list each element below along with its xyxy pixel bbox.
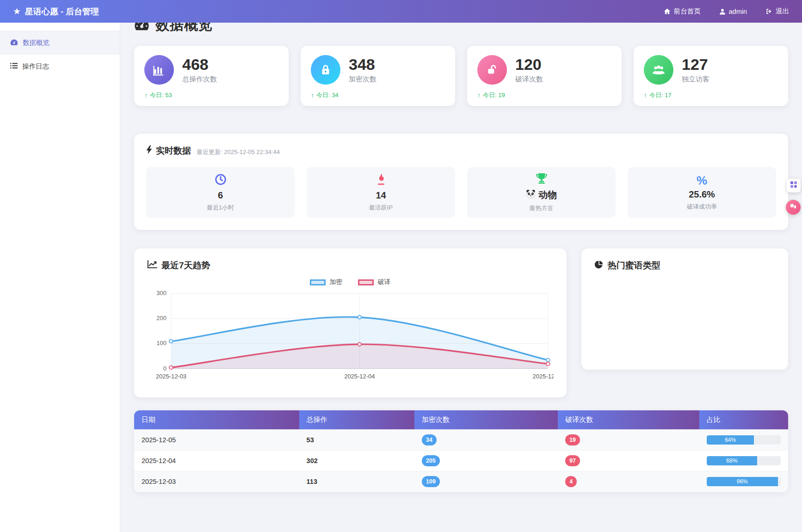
legend-label: 加密: [329, 278, 342, 286]
col-header-date: 日期: [134, 410, 299, 430]
star-icon: ★: [13, 6, 21, 17]
sidebar-item-overview[interactable]: 数据概览: [0, 31, 120, 55]
sidebar: 数据概览 操作日志: [0, 23, 120, 532]
line-chart-icon: [147, 260, 157, 271]
bolt-icon: [146, 145, 152, 156]
daily-stats-table: 日期 总操作 加密次数 破译次数 占比 2025-12-05 53 34 19 …: [134, 410, 788, 492]
stat-label: 独立访客: [682, 75, 709, 84]
svg-text:2025-12-05: 2025-12-05: [533, 373, 554, 380]
main-content: 数据概览 468 总操作次数 ↑今日: 53 348: [120, 0, 802, 492]
stat-value: 120: [515, 56, 543, 73]
stat-today: 今日: 17: [649, 91, 672, 99]
encrypt-badge: 109: [422, 476, 440, 487]
ratio-progress: 68%: [707, 456, 781, 465]
trophy-icon: [536, 173, 548, 186]
cell-date: 2025-12-04: [134, 451, 299, 471]
legend-label: 破译: [377, 278, 390, 286]
stat-value: 468: [182, 56, 217, 73]
dashboard-icon: [10, 39, 18, 47]
realtime-value: 25.6%: [689, 189, 715, 200]
users-icon: [644, 55, 673, 85]
sidebar-item-logs[interactable]: 操作日志: [0, 55, 120, 78]
log-list-icon: [10, 62, 18, 70]
table-row: 2025-12-05 53 34 19 64%: [134, 430, 788, 451]
stat-label: 加密次数: [349, 75, 376, 84]
decrypt-badge: 19: [565, 434, 580, 445]
pie-chart-icon: [594, 260, 604, 272]
cell-date: 2025-12-03: [134, 471, 299, 492]
encrypt-badge: 205: [422, 455, 440, 466]
stat-label: 破译次数: [515, 75, 543, 84]
svg-text:2025-12-03: 2025-12-03: [156, 373, 186, 380]
decrypt-badge: 97: [565, 455, 580, 466]
col-header-decrypt: 破译次数: [558, 410, 699, 430]
realtime-box-success-rate: % 25.6% 破译成功率: [628, 167, 776, 218]
stat-value: 127: [682, 56, 709, 73]
cell-total: 113: [299, 471, 414, 492]
col-header-encrypt: 加密次数: [414, 410, 558, 430]
col-header-ratio: 占比: [699, 410, 788, 430]
brand-title: 星语心愿 - 后台管理: [25, 6, 99, 17]
pie-card-title: 热门蜜语类型: [608, 260, 660, 272]
realtime-box-hot-dialect: 动物 最热方言: [467, 167, 616, 218]
nav-link-label: admin: [729, 8, 747, 15]
sidebar-item-label: 操作日志: [22, 62, 49, 71]
percent-icon: %: [697, 174, 707, 186]
stat-card-decrypt: 120 破译次数 ↑今日: 19: [467, 46, 622, 106]
svg-text:200: 200: [156, 315, 167, 322]
sidebar-divider: [0, 23, 120, 31]
nav-link-admin[interactable]: admin: [719, 8, 747, 15]
pie-chart-card: 热门蜜语类型: [581, 248, 788, 370]
realtime-box-last-hour: 6 最近1小时: [146, 167, 295, 218]
legend-swatch: [358, 279, 374, 285]
stat-today: 今日: 53: [150, 91, 172, 99]
stat-label: 总操作次数: [182, 75, 217, 84]
realtime-label: 最活跃IP: [369, 204, 393, 212]
floating-grid-button[interactable]: [787, 179, 801, 192]
chart-legend[interactable]: 加密破译: [147, 278, 554, 286]
nav-link-frontend[interactable]: 前台首页: [664, 7, 701, 16]
nav-link-label: 前台首页: [674, 7, 701, 16]
trend-chart-card: 最近7天趋势 加密破译 01002003002025-12-032025-12-…: [134, 248, 567, 397]
ratio-progress-fill: 68%: [707, 456, 757, 465]
table-header-row: 日期 总操作 加密次数 破译次数 占比: [134, 410, 788, 430]
lock-icon: [311, 55, 340, 85]
stat-value: 348: [349, 56, 376, 73]
panda-icon: [526, 190, 536, 201]
realtime-card: 实时数据 最近更新: 2025-12-05 22:34:44 6 最近1小时 1…: [134, 134, 788, 230]
stat-card-visitors: 127 独立访客 ↑今日: 17: [634, 46, 788, 106]
stat-today: 今日: 34: [316, 91, 339, 99]
table-row: 2025-12-04 302 205 97 68%: [134, 451, 788, 471]
stat-card-encrypt: 348 加密次数 ↑今日: 34: [301, 46, 455, 106]
col-header-total: 总操作: [299, 410, 414, 430]
flame-icon: [376, 173, 386, 187]
arrow-up-icon: ↑: [311, 92, 314, 99]
ratio-progress: 64%: [707, 435, 781, 445]
arrow-up-icon: ↑: [477, 92, 481, 99]
table-row: 2025-12-03 113 109 4 96%: [134, 471, 788, 492]
floating-widget-button[interactable]: [786, 200, 801, 215]
svg-text:2025-12-04: 2025-12-04: [344, 373, 375, 380]
cell-date: 2025-12-05: [134, 430, 299, 451]
arrow-up-icon: ↑: [144, 92, 148, 99]
bar-chart-icon: [144, 55, 174, 85]
nav-link-logout[interactable]: 退出: [765, 7, 789, 16]
clock-icon: [215, 173, 227, 187]
svg-text:300: 300: [156, 290, 167, 297]
legend-item[interactable]: 破译: [358, 278, 390, 286]
grid-icon: [790, 181, 797, 190]
realtime-box-active-ip: 14 最活跃IP: [307, 167, 455, 218]
legend-item[interactable]: 加密: [310, 278, 342, 286]
unlock-icon: [477, 55, 507, 85]
realtime-value: 动物: [538, 189, 557, 201]
ratio-progress-fill: 96%: [707, 477, 778, 486]
realtime-title: 实时数据: [156, 145, 191, 157]
trend-line-chart: 01002003002025-12-032025-12-042025-12-05: [147, 287, 554, 385]
nav-link-label: 退出: [776, 7, 789, 16]
cell-total: 302: [299, 451, 414, 471]
svg-text:0: 0: [163, 365, 167, 372]
realtime-label: 破译成功率: [687, 203, 717, 211]
legend-swatch: [310, 279, 326, 285]
encrypt-badge: 34: [422, 434, 437, 445]
daily-stats-table-card: 日期 总操作 加密次数 破译次数 占比 2025-12-05 53 34 19 …: [134, 410, 788, 492]
